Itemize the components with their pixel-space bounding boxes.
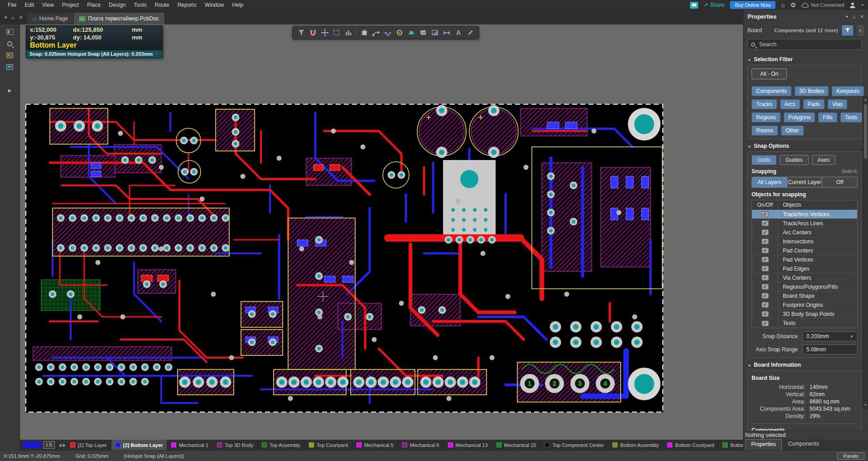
table-row[interactable]: ✓Pad Edges bbox=[752, 264, 857, 273]
layer-sets-button[interactable]: LS bbox=[43, 441, 55, 449]
table-row[interactable]: ✓Regions/Polygons/Fills bbox=[752, 282, 857, 291]
magnet-snap-icon[interactable] bbox=[308, 28, 318, 38]
menu-window[interactable]: Window bbox=[201, 2, 228, 8]
layer-tab-mech1[interactable]: Mechanical 1 bbox=[167, 440, 213, 450]
user-menu-chevron-icon[interactable]: ▾ bbox=[861, 3, 863, 7]
filter-regions-button[interactable]: Regions bbox=[752, 112, 781, 122]
close-tab-icon[interactable]: ✕ bbox=[19, 15, 23, 20]
filter-fills-button[interactable]: Fills bbox=[818, 112, 837, 122]
tab-home-page[interactable]: ⌂ Home Page bbox=[27, 13, 74, 24]
menu-help[interactable]: Help bbox=[228, 2, 247, 8]
place-component-icon[interactable] bbox=[359, 28, 369, 38]
object-filter-button[interactable] bbox=[842, 25, 854, 36]
guides-button[interactable]: Guides bbox=[780, 155, 809, 165]
filter-vias-button[interactable]: Vias bbox=[828, 99, 847, 109]
filter-keepouts-button[interactable]: Keepouts bbox=[832, 86, 864, 96]
pcb-library-icon[interactable] bbox=[6, 53, 13, 58]
place-fill-icon[interactable] bbox=[418, 28, 428, 38]
table-row[interactable]: ✓Intersections bbox=[752, 237, 857, 246]
move-cross-icon[interactable] bbox=[320, 28, 330, 38]
comment-icon[interactable] bbox=[690, 2, 698, 9]
pcb-board[interactable]: 1 2 3 4 bbox=[25, 104, 663, 412]
filter-3dbodies-button[interactable]: 3D Bodies bbox=[795, 86, 829, 96]
panels-button[interactable]: Panels bbox=[837, 452, 864, 460]
tab-pcb-document[interactable]: Плата термотаймер.PcbDoc bbox=[74, 13, 164, 24]
route-track-icon[interactable] bbox=[371, 28, 381, 38]
checkbox[interactable]: ✓ bbox=[762, 275, 769, 281]
layer-tab-mech5[interactable]: Mechanical 5 bbox=[352, 440, 398, 450]
snap-distance-dropdown[interactable]: 0.203mm▼ bbox=[802, 331, 858, 341]
tab-properties[interactable]: Properties bbox=[745, 439, 782, 450]
gear-icon[interactable]: ⚙ bbox=[791, 2, 796, 8]
checkbox[interactable]: ✓ bbox=[762, 229, 769, 235]
scroll-layers-left-icon[interactable]: ◀ bbox=[58, 440, 62, 450]
layer-tab-topassembly[interactable]: Top Assembly bbox=[258, 440, 305, 450]
layer-tab-mech6[interactable]: Mechanical 6 bbox=[398, 440, 444, 450]
checkbox[interactable]: ✓ bbox=[762, 284, 769, 290]
checkbox[interactable]: ✓ bbox=[762, 293, 769, 299]
table-row[interactable]: ✓Pad Centers bbox=[752, 246, 857, 255]
panel-scrollbar[interactable]: ▲ ▼ bbox=[863, 96, 868, 409]
checkbox[interactable]: ✓ bbox=[762, 320, 769, 326]
layer-tab-topcomponentcenter[interactable]: Top Component Center bbox=[540, 440, 608, 450]
dimension-icon[interactable] bbox=[442, 28, 452, 38]
menu-edit[interactable]: Edit bbox=[20, 2, 38, 8]
scroll-up-icon[interactable]: ▲ bbox=[863, 97, 868, 102]
panels-toggle-icon[interactable] bbox=[6, 29, 14, 35]
board-information-header[interactable]: ▲ Board Information bbox=[747, 362, 862, 368]
layer-tab-bottom3dbody[interactable]: Bottom 3D Bo bbox=[719, 440, 743, 450]
layer-tab-bottom[interactable]: [2] Bottom Layer bbox=[111, 440, 167, 450]
search-icon[interactable] bbox=[7, 41, 12, 46]
filter-funnel-icon[interactable] bbox=[296, 28, 306, 38]
draw-line-icon[interactable] bbox=[465, 28, 475, 38]
filter-components-button[interactable]: Components bbox=[752, 86, 791, 96]
grids-button[interactable]: Grids bbox=[752, 155, 776, 165]
home-icon[interactable]: ⌂ bbox=[781, 2, 785, 8]
board-insight-icon[interactable] bbox=[343, 28, 353, 38]
checkbox[interactable]: ✓ bbox=[762, 220, 769, 226]
layer-tab-top[interactable]: [1] Top Layer bbox=[66, 440, 111, 450]
panel-chevron-icon[interactable]: ▾ bbox=[846, 14, 848, 19]
table-row[interactable]: ✓Footprint Origins bbox=[752, 301, 857, 310]
user-icon[interactable] bbox=[849, 2, 856, 8]
scrollbar-thumb[interactable] bbox=[864, 104, 867, 159]
menu-tools[interactable]: Tools bbox=[130, 2, 151, 8]
layer-tab-mech15[interactable]: Mechanical 15 bbox=[492, 440, 541, 450]
scroll-layers-right-icon[interactable]: ▶ bbox=[62, 440, 66, 450]
table-row[interactable]: ✓Track/Arcs Lines bbox=[752, 219, 857, 228]
scroll-down-icon[interactable]: ▼ bbox=[863, 403, 868, 408]
checkbox[interactable]: ✓ bbox=[762, 266, 769, 272]
filter-polygons-button[interactable]: Polygons bbox=[784, 112, 815, 122]
checkbox[interactable]: ✓ bbox=[762, 211, 769, 217]
menu-file[interactable]: File bbox=[4, 2, 20, 8]
pcb-snippet-icon[interactable] bbox=[6, 64, 13, 70]
select-area-icon[interactable] bbox=[332, 28, 342, 38]
menu-reports[interactable]: Reports bbox=[174, 2, 201, 8]
table-row[interactable]: ✓Pad Vertices bbox=[752, 255, 857, 264]
filter-other-button[interactable]: Other bbox=[781, 126, 804, 136]
snap-options-header[interactable]: ▲ Snap Options bbox=[747, 143, 862, 149]
menu-route[interactable]: Route bbox=[151, 2, 174, 8]
layer-tab-bottomassembly[interactable]: Bottom Assembly bbox=[608, 440, 663, 450]
search-box[interactable] bbox=[747, 39, 862, 50]
buy-online-now-button[interactable]: Buy Online Now bbox=[730, 1, 776, 9]
panel-close-icon[interactable]: ✕ bbox=[860, 14, 864, 19]
layer-tab-topcourtyard[interactable]: Top Courtyard bbox=[305, 440, 352, 450]
menu-design[interactable]: Design bbox=[105, 2, 130, 8]
mode-off[interactable]: Off bbox=[822, 177, 857, 187]
object-filter-dropdown[interactable]: ▾ bbox=[857, 25, 864, 36]
all-on-button[interactable]: All - On bbox=[752, 68, 787, 79]
layer-tab-mech13[interactable]: Mechanical 13 bbox=[444, 440, 492, 450]
differential-pair-icon[interactable] bbox=[383, 28, 393, 38]
layer-tab-top3dbody[interactable]: Top 3D Body bbox=[213, 440, 258, 450]
table-row[interactable]: ✓Board Shape bbox=[752, 291, 857, 301]
share-button[interactable]: ↗Share bbox=[704, 2, 724, 8]
axes-button[interactable]: Axes bbox=[812, 155, 836, 165]
menu-place[interactable]: Place bbox=[83, 2, 105, 8]
checkbox[interactable]: ✓ bbox=[762, 302, 769, 308]
table-row[interactable]: ✓Texts bbox=[752, 319, 857, 328]
checkbox[interactable]: ✓ bbox=[762, 238, 769, 244]
expand-strip-icon[interactable]: ▶ bbox=[8, 88, 12, 93]
mode-all-layers[interactable]: All Layers bbox=[752, 177, 787, 187]
filter-arcs-button[interactable]: Arcs bbox=[780, 99, 800, 109]
